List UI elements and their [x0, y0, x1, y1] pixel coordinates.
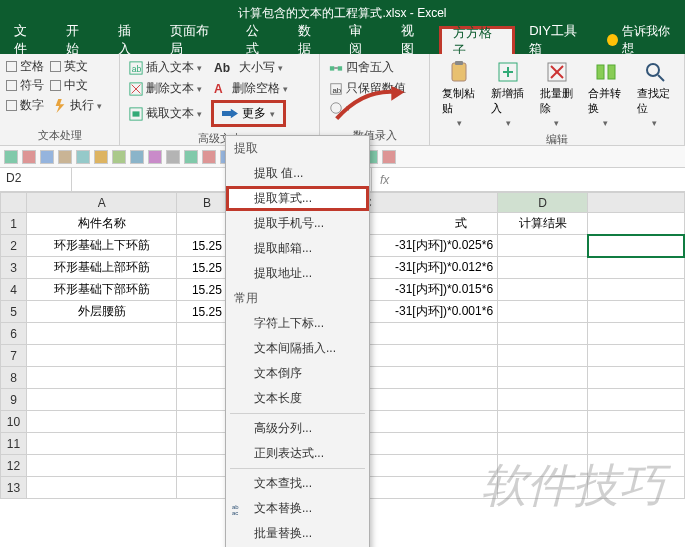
cell-A2[interactable]: 环形基础上下环筋: [27, 235, 177, 257]
dd-extract-item-4[interactable]: 提取地址...: [226, 261, 369, 286]
btn-insert-text[interactable]: ab插入文本▾: [126, 58, 205, 77]
row-header-13[interactable]: 13: [1, 477, 27, 499]
dd-extract-item-3[interactable]: 提取邮箱...: [226, 236, 369, 261]
btn-copy-paste[interactable]: 复制粘贴▾: [436, 58, 483, 130]
btn-merge-convert[interactable]: 合并转换▾: [582, 58, 629, 130]
cell-C1[interactable]: 计算结果: [498, 213, 588, 235]
btn-case[interactable]: Ab 大小写▾: [211, 58, 286, 77]
quickbar-icon-3[interactable]: [58, 150, 72, 164]
menu-view[interactable]: 视图: [387, 26, 439, 54]
quickbar-icon-9[interactable]: [166, 150, 180, 164]
cell-empty-10-0[interactable]: [27, 411, 177, 433]
btn-del-space[interactable]: A 删除空格▾: [211, 79, 291, 98]
cell-C4[interactable]: [498, 279, 588, 301]
menu-diy[interactable]: DIY工具箱: [515, 26, 599, 54]
cell-D1[interactable]: [588, 213, 684, 235]
cell-empty-13-3[interactable]: [498, 477, 588, 499]
row-header-11[interactable]: 11: [1, 433, 27, 455]
cell-empty-8-4[interactable]: [588, 367, 684, 389]
row-header-12[interactable]: 12: [1, 455, 27, 477]
cell-D4[interactable]: [588, 279, 684, 301]
row-header-8[interactable]: 8: [1, 367, 27, 389]
cell-empty-7-0[interactable]: [27, 345, 177, 367]
btn-cut-text[interactable]: 截取文本▾: [126, 104, 205, 123]
cell-A4[interactable]: 环形基础下部环筋: [27, 279, 177, 301]
row-header-10[interactable]: 10: [1, 411, 27, 433]
row-header-3[interactable]: 3: [1, 257, 27, 279]
quickbar-icon-0[interactable]: [4, 150, 18, 164]
menu-insert[interactable]: 插入: [104, 26, 156, 54]
cell-empty-7-3[interactable]: [498, 345, 588, 367]
dd-common-item-3[interactable]: 文本长度: [226, 386, 369, 411]
quickbar-icon-21[interactable]: [382, 150, 396, 164]
cell-C2[interactable]: [498, 235, 588, 257]
row-header-2[interactable]: 2: [1, 235, 27, 257]
btn-execute[interactable]: 执行▾: [50, 96, 105, 115]
btn-more[interactable]: 更多▾: [211, 100, 286, 127]
cell-empty-6-3[interactable]: [498, 323, 588, 345]
dd-common-item-1[interactable]: 文本间隔插入...: [226, 336, 369, 361]
cell-A5[interactable]: 外层腰筋: [27, 301, 177, 323]
btn-batch-delete[interactable]: 批量删除▾: [534, 58, 581, 130]
btn-value-misc[interactable]: ▾: [326, 100, 354, 116]
opt-chinese[interactable]: 中文: [50, 77, 88, 94]
dd-common-item-4[interactable]: 高级分列...: [226, 416, 369, 441]
opt-number[interactable]: 数字: [6, 97, 44, 114]
btn-find-locate[interactable]: 查找定位▾: [631, 58, 678, 130]
fx-icon[interactable]: fx: [380, 173, 389, 187]
select-all-cell[interactable]: [1, 193, 27, 213]
row-header-5[interactable]: 5: [1, 301, 27, 323]
formula-bar[interactable]: fx: [372, 168, 685, 191]
dd-common-item-8[interactable]: 批量替换...: [226, 521, 369, 546]
cell-empty-9-0[interactable]: [27, 389, 177, 411]
cell-empty-8-3[interactable]: [498, 367, 588, 389]
dd-common-item-7[interactable]: abac文本替换...: [226, 496, 369, 521]
menu-formulas[interactable]: 公式: [232, 26, 284, 54]
dd-common-item-5[interactable]: 正则表达式...: [226, 441, 369, 466]
cell-D2-selected[interactable]: [588, 235, 684, 257]
row-header-6[interactable]: 6: [1, 323, 27, 345]
cell-empty-10-4[interactable]: [588, 411, 684, 433]
menu-fangfang[interactable]: 方方格子: [439, 26, 515, 54]
cell-empty-6-4[interactable]: [588, 323, 684, 345]
cell-empty-12-4[interactable]: [588, 455, 684, 477]
dd-common-item-6[interactable]: 文本查找...: [226, 471, 369, 496]
menu-data[interactable]: 数据: [284, 26, 336, 54]
col-header-blank[interactable]: [588, 193, 684, 213]
quickbar-icon-11[interactable]: [202, 150, 216, 164]
opt-symbol[interactable]: 符号: [6, 77, 44, 94]
name-box[interactable]: D2: [0, 168, 72, 191]
cell-empty-8-0[interactable]: [27, 367, 177, 389]
cell-empty-11-3[interactable]: [498, 433, 588, 455]
cell-empty-7-4[interactable]: [588, 345, 684, 367]
quickbar-icon-5[interactable]: [94, 150, 108, 164]
col-header-D[interactable]: D: [498, 193, 588, 213]
btn-add-insert[interactable]: 新增插入▾: [485, 58, 532, 130]
menu-page-layout[interactable]: 页面布局: [156, 26, 232, 54]
dd-extract-item-1[interactable]: 提取算式...: [226, 186, 369, 211]
quickbar-icon-4[interactable]: [76, 150, 90, 164]
cell-empty-6-0[interactable]: [27, 323, 177, 345]
quickbar-icon-7[interactable]: [130, 150, 144, 164]
dd-common-item-0[interactable]: 字符上下标...: [226, 311, 369, 336]
row-header-4[interactable]: 4: [1, 279, 27, 301]
cell-empty-12-0[interactable]: [27, 455, 177, 477]
col-header-A[interactable]: A: [27, 193, 177, 213]
row-header-1[interactable]: 1: [1, 213, 27, 235]
menu-file[interactable]: 文件: [0, 26, 52, 54]
quickbar-icon-1[interactable]: [22, 150, 36, 164]
tell-me[interactable]: 告诉我你想: [599, 26, 685, 54]
quickbar-icon-8[interactable]: [148, 150, 162, 164]
cell-D3[interactable]: [588, 257, 684, 279]
row-header-7[interactable]: 7: [1, 345, 27, 367]
quickbar-icon-10[interactable]: [184, 150, 198, 164]
cell-C3[interactable]: [498, 257, 588, 279]
quickbar-icon-2[interactable]: [40, 150, 54, 164]
cell-A1[interactable]: 构件名称: [27, 213, 177, 235]
cell-empty-9-4[interactable]: [588, 389, 684, 411]
opt-space[interactable]: 空格: [6, 58, 44, 75]
cell-empty-9-3[interactable]: [498, 389, 588, 411]
menu-home[interactable]: 开始: [52, 26, 104, 54]
menu-review[interactable]: 审阅: [335, 26, 387, 54]
opt-english[interactable]: 英文: [50, 58, 88, 75]
